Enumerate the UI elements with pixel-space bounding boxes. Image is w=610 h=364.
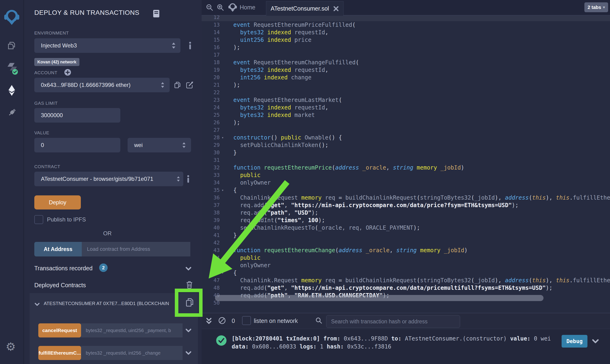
cancel-request-button[interactable]: cancelRequest [38, 323, 81, 338]
cancel-request-args-field[interactable] [81, 323, 183, 338]
code-line-23[interactable]: 23event RequestEthereumLastMarket( [202, 96, 610, 104]
terminal-log-text[interactable]: [block:20780401 txIndex:0] from: 0x643..… [232, 335, 551, 351]
code-line-48[interactable]: 48 req.add("get", "https://min-api.crypt… [202, 284, 610, 292]
fold-gutter [220, 149, 233, 156]
fold-gutter [220, 171, 233, 179]
clear-deployed-trash-icon[interactable] [186, 280, 193, 289]
horizontal-scrollbar[interactable] [215, 295, 544, 301]
cancel-request-chevron-down-icon[interactable] [185, 327, 192, 334]
code-line-31[interactable]: 31 [202, 156, 610, 164]
debug-button[interactable]: Debug [562, 335, 587, 348]
code-line-46[interactable]: 46▾{ [202, 269, 610, 277]
at-address-field[interactable] [82, 242, 190, 257]
zoom-out-icon[interactable] [206, 4, 213, 11]
code-text: } [233, 149, 237, 156]
documentation-icon[interactable] [153, 9, 160, 18]
code-line-25[interactable]: 25 bytes32 indexed market [202, 111, 610, 119]
code-line-21[interactable]: 21); [202, 81, 610, 89]
terminal-search-input[interactable] [326, 318, 460, 325]
code-line-22[interactable]: 22 [202, 89, 610, 96]
listen-on-network-checkbox[interactable] [242, 316, 251, 325]
contract-card-chevron-down-icon[interactable] [34, 301, 40, 307]
expand-log-chevron-down-icon[interactable] [592, 338, 599, 345]
value-unit-select[interactable]: wei [128, 138, 191, 152]
value-input[interactable] [34, 142, 120, 149]
fold-arrow-icon[interactable]: ▾ [220, 186, 233, 194]
contract-select[interactable]: ATestnetConsumer - browser/gists/9b71e07… [34, 172, 183, 186]
file-explorer-icon[interactable] [6, 40, 17, 51]
code-line-34[interactable]: 34 onlyOwner [202, 179, 610, 186]
fulfill-ethereum-args-field[interactable] [81, 346, 183, 360]
code-line-38[interactable]: 38 req.add("path", "USD"); [202, 209, 610, 217]
fold-gutter [220, 29, 233, 36]
home-icon[interactable] [228, 2, 237, 13]
code-line-24[interactable]: 24 bytes32 indexed requestId, [202, 104, 610, 111]
plugin-manager-icon[interactable] [6, 107, 17, 118]
terminal-search-field[interactable] [326, 315, 460, 328]
value-field[interactable] [34, 138, 120, 152]
code-line-26[interactable]: 26); [202, 119, 610, 126]
fold-arrow-icon[interactable]: ▾ [220, 134, 233, 141]
code-line-40[interactable]: 40 sendChainlinkRequestTo(_oracle, req, … [202, 224, 610, 232]
deploy-button[interactable]: Deploy [34, 195, 81, 209]
code-text: int256 indexed change [233, 74, 311, 81]
account-select[interactable]: 0x643...9F88D (1.666673996 ether) [34, 78, 170, 92]
deploy-run-icon[interactable] [6, 85, 17, 96]
edit-account-icon[interactable] [186, 81, 194, 89]
tab-home[interactable]: Home [240, 4, 255, 11]
publish-ipfs-checkbox[interactable] [34, 215, 43, 224]
code-line-28[interactable]: 28▾constructor() public Ownable() { [202, 134, 610, 141]
code-line-41[interactable]: 41} [202, 232, 610, 239]
environment-select[interactable]: Injected Web3 [34, 38, 180, 53]
code-line-29[interactable]: 29 setPublicChainlinkToken(); [202, 141, 610, 149]
solidity-compiler-icon[interactable] [6, 62, 18, 75]
code-line-45[interactable]: 45 onlyOwner [202, 262, 610, 269]
code-text: public [233, 254, 261, 262]
code-line-15[interactable]: 15 uint256 indexed price [202, 36, 610, 44]
code-line-13[interactable]: 13event RequestEthereumPriceFulfilled( [202, 21, 610, 29]
at-address-input[interactable] [82, 246, 190, 252]
copy-account-icon[interactable] [173, 81, 181, 89]
fold-arrow-icon[interactable]: ▾ [220, 269, 233, 277]
code-line-19[interactable]: 19 bytes32 indexed requestId, [202, 66, 610, 74]
code-line-32[interactable]: 32function requestEthereumPrice(address … [202, 164, 610, 171]
code-line-14[interactable]: 14 bytes32 indexed requestId, [202, 29, 610, 36]
code-line-42[interactable]: 42 [202, 239, 610, 247]
fulfill-ethereum-args-input[interactable] [81, 350, 183, 356]
code-editor[interactable]: 1213event RequestEthereumPriceFulfilled(… [202, 0, 610, 313]
expand-terminal-double-chevron-icon[interactable] [205, 317, 212, 325]
code-line-35[interactable]: 35▾{ [202, 186, 610, 194]
at-address-button[interactable]: At Address [34, 242, 82, 257]
code-line-44[interactable]: 44 public [202, 254, 610, 262]
code-line-18[interactable]: 18event RequestEthereumChangeFulfilled( [202, 59, 610, 66]
add-account-icon[interactable] [64, 69, 71, 76]
gas-limit-label: GAS LIMIT [34, 101, 58, 106]
code-line-43[interactable]: 43function requestEthereumChange(address… [202, 247, 610, 254]
tabs-count-badge[interactable]: 2 tabs ▾ [584, 2, 608, 12]
line-number: 36 [202, 194, 220, 201]
code-line-39[interactable]: 39 req.addInt("times", 100); [202, 217, 610, 224]
clear-pending-icon[interactable] [218, 317, 226, 325]
close-tab-icon[interactable] [333, 6, 339, 12]
code-line-30[interactable]: 30} [202, 149, 610, 156]
gas-limit-field[interactable] [34, 108, 120, 123]
deployed-contract-title[interactable]: ATESTNETCONSUMER AT 0X7E7...E80D1 (BLOCK… [44, 301, 181, 306]
code-line-16[interactable]: 16); [202, 44, 610, 51]
environment-info-icon[interactable] [188, 42, 192, 49]
fulfill-ethereum-button[interactable]: fulfillEthereumC... [38, 346, 81, 360]
code-line-17[interactable]: 17 [202, 51, 610, 59]
code-line-20[interactable]: 20 int256 indexed change [202, 74, 610, 81]
code-line-33[interactable]: 33 public [202, 171, 610, 179]
code-line-27[interactable]: 27 [202, 126, 610, 134]
settings-gear-icon[interactable]: ⚙ [6, 340, 16, 353]
fulfill-ethereum-chevron-down-icon[interactable] [185, 350, 192, 356]
cancel-request-args-input[interactable] [81, 328, 183, 334]
code-line-37[interactable]: 37 req.add("get", "https://min-api.crypt… [202, 201, 610, 209]
zoom-in-icon[interactable] [217, 4, 224, 11]
code-line-47[interactable]: 47 Chainlink.Request memory req = buildC… [202, 277, 610, 284]
code-line-36[interactable]: 36 Chainlink.Request memory req = buildC… [202, 194, 610, 201]
tab-atestnetconsumer[interactable]: ATestnetConsumer.sol [266, 1, 344, 16]
gas-limit-input[interactable] [34, 112, 120, 119]
transactions-chevron-down-icon[interactable] [185, 265, 192, 272]
contract-info-icon[interactable] [186, 175, 190, 183]
